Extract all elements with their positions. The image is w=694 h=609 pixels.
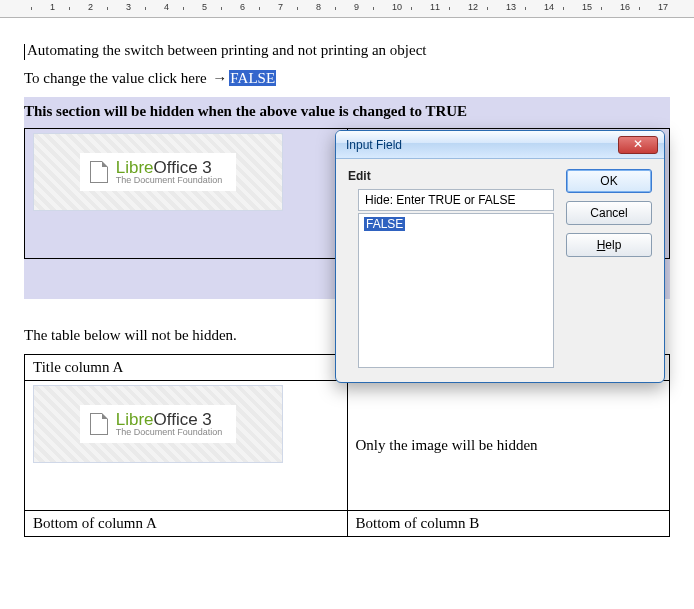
- ruler-tick: 17: [658, 2, 668, 12]
- ruler-tick: 10: [392, 2, 402, 12]
- ruler-tick: 3: [126, 2, 131, 12]
- paragraph: Automating the switch between printing a…: [24, 42, 670, 60]
- ruler-tick: 13: [506, 2, 516, 12]
- field-value-selection: FALSE: [364, 217, 405, 231]
- arrow-icon: →: [210, 70, 229, 86]
- ruler-minor-tick: [145, 7, 146, 10]
- edit-label: Edit: [348, 169, 554, 183]
- ok-button[interactable]: OK: [566, 169, 652, 193]
- table-cell: Bottom of column B: [347, 510, 670, 536]
- table-cell: Bottom of column A: [25, 510, 348, 536]
- logo-image: LibreOffice 3 The Document Foundation: [33, 385, 283, 463]
- document-icon: [90, 413, 108, 435]
- ruler-minor-tick: [107, 7, 108, 10]
- close-icon: ✕: [633, 137, 643, 151]
- paragraph: To change the value click here →FALSE: [24, 70, 670, 87]
- table-cell: Only the image will be hidden: [347, 380, 670, 510]
- ruler-tick: 4: [164, 2, 169, 12]
- section-heading: This section will be hidden when the abo…: [24, 103, 670, 128]
- field-prompt: Hide: Enter TRUE or FALSE: [358, 189, 554, 211]
- ruler-minor-tick: [563, 7, 564, 10]
- close-button[interactable]: ✕: [618, 136, 658, 154]
- ruler-tick: 12: [468, 2, 478, 12]
- ruler-minor-tick: [221, 7, 222, 10]
- ruler-minor-tick: [601, 7, 602, 10]
- ruler-minor-tick: [411, 7, 412, 10]
- ruler-minor-tick: [259, 7, 260, 10]
- table-header-cell: Title column A: [25, 354, 348, 380]
- logo-text-libre: Libre: [116, 158, 154, 177]
- ruler-tick: 11: [430, 2, 440, 12]
- logo-subtext: The Document Foundation: [116, 428, 223, 437]
- table-cell: LibreOffice 3 The Document Foundation: [25, 128, 348, 258]
- horizontal-ruler: 1234567891011121314151617: [0, 0, 694, 18]
- text: To change the value click here: [24, 70, 210, 86]
- logo-text-office: Office 3: [154, 158, 212, 177]
- button-label: elp: [605, 238, 621, 252]
- logo-subtext: The Document Foundation: [116, 176, 223, 185]
- dialog-title: Input Field: [346, 138, 402, 152]
- ruler-tick: 16: [620, 2, 630, 12]
- ruler-minor-tick: [297, 7, 298, 10]
- ruler-minor-tick: [69, 7, 70, 10]
- ruler-tick: 2: [88, 2, 93, 12]
- text: Only the image will be hidden: [356, 437, 538, 453]
- ruler-minor-tick: [487, 7, 488, 10]
- dialog-titlebar[interactable]: Input Field ✕: [336, 131, 664, 159]
- ruler-minor-tick: [449, 7, 450, 10]
- ruler-tick: 9: [354, 2, 359, 12]
- text: Automating the switch between printing a…: [27, 42, 427, 58]
- ruler-minor-tick: [373, 7, 374, 10]
- ruler-minor-tick: [31, 7, 32, 10]
- ruler-tick: 8: [316, 2, 321, 12]
- ruler-tick: 5: [202, 2, 207, 12]
- ruler-tick: 1: [50, 2, 55, 12]
- ruler-tick: 6: [240, 2, 245, 12]
- input-field-placeholder[interactable]: FALSE: [229, 70, 276, 86]
- cancel-button[interactable]: Cancel: [566, 201, 652, 225]
- logo-image: LibreOffice 3 The Document Foundation: [33, 133, 283, 211]
- field-value-input[interactable]: FALSE: [358, 213, 554, 368]
- help-button[interactable]: Help: [566, 233, 652, 257]
- document-icon: [90, 161, 108, 183]
- table-cell: LibreOffice 3 The Document Foundation: [25, 380, 348, 510]
- logo-text-office: Office 3: [154, 410, 212, 429]
- ruler-tick: 15: [582, 2, 592, 12]
- ruler-minor-tick: [525, 7, 526, 10]
- ruler-minor-tick: [335, 7, 336, 10]
- button-label: Cancel: [590, 206, 627, 220]
- text-cursor: [24, 44, 25, 60]
- input-field-dialog: Input Field ✕ Edit Hide: Enter TRUE or F…: [335, 130, 665, 383]
- logo-text-libre: Libre: [116, 410, 154, 429]
- ruler-minor-tick: [639, 7, 640, 10]
- button-label: OK: [600, 174, 617, 188]
- ruler-tick: 14: [544, 2, 554, 12]
- ruler-tick: 7: [278, 2, 283, 12]
- ruler-minor-tick: [183, 7, 184, 10]
